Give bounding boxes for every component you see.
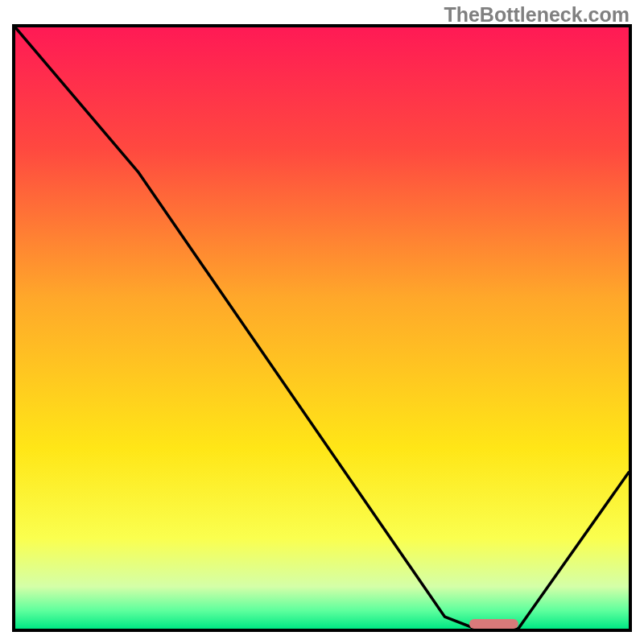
chart-container: TheBottleneck.com — [0, 0, 644, 644]
chart-svg — [15, 27, 629, 629]
watermark-text: TheBottleneck.com — [444, 3, 630, 27]
gradient-background — [15, 27, 629, 629]
optimal-marker — [469, 619, 518, 629]
plot-frame — [12, 24, 632, 632]
